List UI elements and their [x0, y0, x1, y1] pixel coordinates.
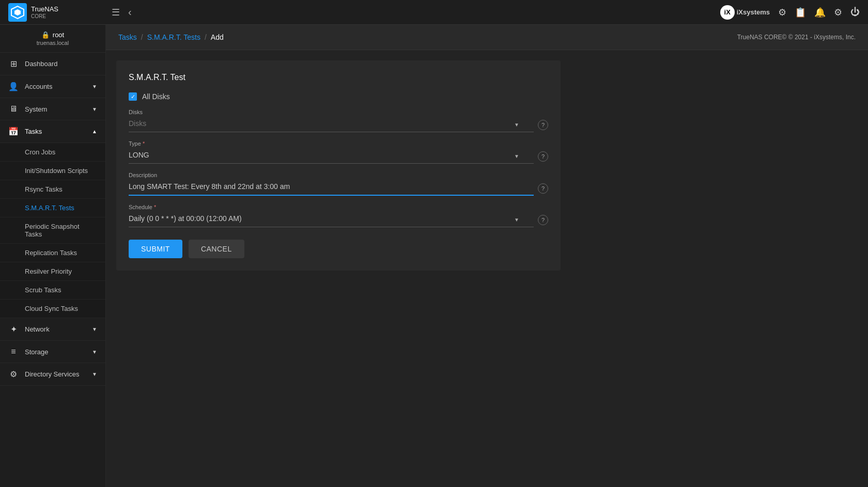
disks-field-group: Disks ▼	[129, 109, 534, 132]
network-icon: ✦	[8, 324, 19, 334]
type-value: LONG	[129, 149, 534, 161]
disks-label: Disks	[129, 109, 534, 115]
schedule-label: Schedule	[129, 204, 534, 210]
form-title: S.M.A.R.T. Test	[129, 73, 548, 82]
form-actions: SUBMIT CANCEL	[129, 240, 548, 258]
sidebar-label-network: Network	[25, 325, 86, 333]
breadcrumb-copyright: TrueNAS CORE© © 2021 - iXsystems, Inc.	[737, 34, 856, 41]
breadcrumb-sep2: /	[205, 33, 207, 41]
trident-icon[interactable]: ⚙	[778, 7, 786, 18]
ix-circle: iX	[720, 5, 735, 20]
breadcrumb: Tasks / S.M.A.R.T. Tests / Add TrueNAS C…	[106, 25, 868, 50]
menu-icon[interactable]: ☰	[112, 7, 120, 18]
type-field-group: Type LONG ▼	[129, 140, 534, 164]
description-field-group: Description	[129, 172, 534, 196]
sidebar-item-tasks[interactable]: 📅 Tasks ▲	[0, 120, 105, 143]
accounts-icon: 👤	[8, 82, 19, 91]
storage-icon: ≡	[8, 347, 19, 356]
user-host: truenas.local	[8, 40, 97, 46]
tasks-submenu: Cron Jobs Init/Shutdown Scripts Rsync Ta…	[0, 143, 105, 318]
type-row: Type LONG ▼ ?	[129, 140, 548, 164]
type-label: Type	[129, 140, 534, 147]
description-help-icon[interactable]: ?	[538, 183, 548, 194]
disks-help-icon[interactable]: ?	[538, 120, 548, 130]
submit-button[interactable]: SUBMIT	[129, 240, 182, 258]
disks-field-row: Disks ▼ ?	[129, 109, 548, 132]
page-content: S.M.A.R.T. Test All Disks Disks ▼ ?	[106, 50, 868, 281]
sidebar-label-tasks: Tasks	[25, 128, 86, 135]
layout: 🔒 root truenas.local ⊞ Dashboard 👤 Accou…	[0, 25, 868, 487]
sidebar-item-dashboard[interactable]: ⊞ Dashboard	[0, 53, 105, 75]
breadcrumb-add: Add	[211, 33, 224, 41]
power-icon[interactable]: ⏻	[850, 7, 860, 18]
main-content: Tasks / S.M.A.R.T. Tests / Add TrueNAS C…	[106, 25, 868, 487]
type-help-icon[interactable]: ?	[538, 151, 548, 162]
cancel-button[interactable]: CANCEL	[189, 240, 244, 258]
topbar-right: iX iXsystems ⚙ 📋 🔔 ⚙ ⏻	[720, 5, 860, 20]
system-icon: 🖥	[8, 104, 19, 114]
breadcrumb-tasks[interactable]: Tasks	[118, 33, 137, 41]
description-label: Description	[129, 172, 534, 178]
all-disks-checkbox[interactable]	[129, 92, 137, 101]
topbar-controls: ☰ ‹	[112, 6, 132, 18]
description-input[interactable]	[129, 180, 534, 193]
topbar: TrueNAS CORE ☰ ‹ iX iXsystems ⚙ 📋 🔔 ⚙ ⏻	[0, 0, 868, 25]
breadcrumb-path: Tasks / S.M.A.R.T. Tests / Add	[118, 33, 224, 41]
user-name: 🔒 root	[8, 31, 97, 39]
app-subname: CORE	[31, 13, 58, 19]
directory-services-icon: ⚙	[8, 369, 19, 379]
sidebar-label-directory-services: Directory Services	[25, 370, 86, 378]
logo: TrueNAS CORE	[8, 3, 112, 22]
sidebar-item-accounts[interactable]: 👤 Accounts ▼	[0, 75, 105, 98]
schedule-field-group: Schedule Daily (0 0 * * *) at 00:00 (12:…	[129, 204, 534, 227]
description-field-row: Description ?	[129, 172, 548, 196]
back-icon[interactable]: ‹	[128, 6, 132, 18]
sidebar-item-storage[interactable]: ≡ Storage ▼	[0, 341, 105, 363]
breadcrumb-smart-tests[interactable]: S.M.A.R.T. Tests	[147, 33, 200, 41]
sidebar-item-smart-tests[interactable]: S.M.A.R.T. Tests	[0, 199, 105, 217]
ix-label: iXsystems	[737, 8, 770, 16]
sidebar-item-init-shutdown[interactable]: Init/Shutdown Scripts	[0, 162, 105, 180]
clipboard-icon[interactable]: 📋	[795, 7, 806, 18]
description-row: Description ?	[129, 172, 548, 196]
directory-services-arrow: ▼	[92, 371, 97, 377]
schedule-help-icon[interactable]: ?	[538, 215, 548, 225]
settings-icon[interactable]: ⚙	[834, 7, 842, 18]
network-arrow: ▼	[92, 326, 97, 332]
bell-icon[interactable]: 🔔	[814, 7, 826, 18]
sidebar-item-resilver-priority[interactable]: Resilver Priority	[0, 262, 105, 281]
all-disks-row: All Disks	[129, 92, 548, 101]
breadcrumb-sep1: /	[141, 33, 143, 41]
sidebar-item-cloud-sync-tasks[interactable]: Cloud Sync Tasks	[0, 300, 105, 318]
storage-arrow: ▼	[92, 349, 97, 355]
type-field-row: Type LONG ▼ ?	[129, 140, 548, 164]
user-info: 🔒 root truenas.local	[0, 25, 105, 53]
sidebar-item-cron-jobs[interactable]: Cron Jobs	[0, 143, 105, 162]
lock-icon: 🔒	[41, 31, 50, 39]
sidebar-item-network[interactable]: ✦ Network ▼	[0, 318, 105, 341]
truenas-logo-icon	[8, 3, 27, 22]
sidebar-item-system[interactable]: 🖥 System ▼	[0, 98, 105, 120]
sidebar-item-directory-services[interactable]: ⚙ Directory Services ▼	[0, 363, 105, 386]
sidebar-item-replication-tasks[interactable]: Replication Tasks	[0, 244, 105, 262]
dashboard-icon: ⊞	[8, 59, 19, 69]
accounts-arrow: ▼	[92, 84, 97, 89]
tasks-icon: 📅	[8, 127, 19, 136]
sidebar-label-storage: Storage	[25, 348, 86, 356]
disks-row: Disks ▼ ?	[129, 109, 548, 132]
sidebar: 🔒 root truenas.local ⊞ Dashboard 👤 Accou…	[0, 25, 106, 487]
system-arrow: ▼	[92, 106, 97, 112]
tasks-arrow: ▲	[92, 129, 97, 134]
ix-brand: iX iXsystems	[720, 5, 770, 20]
schedule-field-row: Schedule Daily (0 0 * * *) at 00:00 (12:…	[129, 204, 548, 227]
sidebar-label-system: System	[25, 105, 86, 113]
schedule-value: Daily (0 0 * * *) at 00:00 (12:00 AM)	[129, 212, 534, 225]
sidebar-item-rsync-tasks[interactable]: Rsync Tasks	[0, 180, 105, 199]
sidebar-label-accounts: Accounts	[25, 83, 86, 90]
sidebar-item-periodic-snapshot[interactable]: Periodic Snapshot Tasks	[0, 217, 105, 244]
form-card: S.M.A.R.T. Test All Disks Disks ▼ ?	[116, 60, 561, 271]
disks-input[interactable]	[129, 117, 534, 130]
schedule-row: Schedule Daily (0 0 * * *) at 00:00 (12:…	[129, 204, 548, 227]
sidebar-item-scrub-tasks[interactable]: Scrub Tasks	[0, 281, 105, 300]
all-disks-label: All Disks	[142, 92, 170, 101]
